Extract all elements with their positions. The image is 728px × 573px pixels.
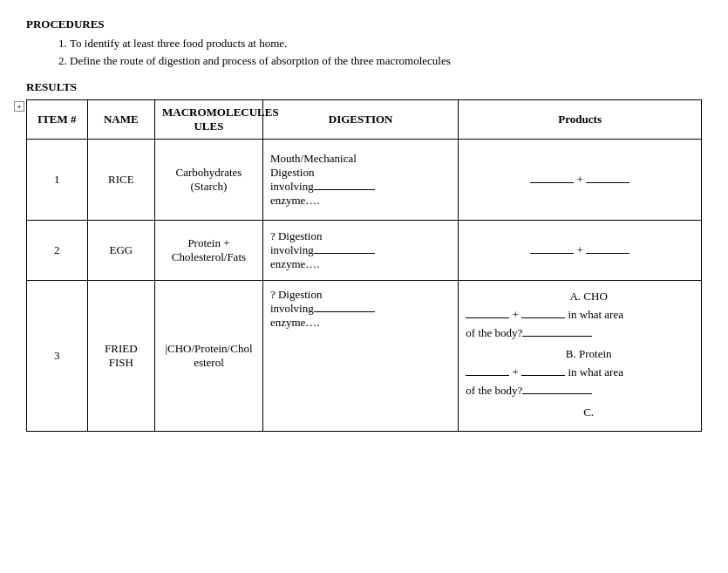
row3-name: FRIED FISH [87, 281, 154, 432]
row2-macro: Protein + Cholesterol/Fats [155, 221, 263, 281]
header-macro: MACROMOLECULES ULES [155, 100, 263, 140]
row1-digestion: Mouth/Mechanical Digestion involving enz… [262, 140, 458, 221]
row3-item: 3 [27, 281, 88, 432]
table-row-1: 1 RICE Carbohydrates (Starch) Mouth/Mech… [27, 140, 702, 221]
header-products: Products [459, 100, 702, 140]
row1-item: 1 [27, 140, 88, 221]
header-name: NAME [87, 100, 154, 140]
row1-name: RICE [87, 140, 154, 221]
procedure-item-2: Define the route of digestion and proces… [70, 54, 702, 68]
expand-icon[interactable]: + [14, 101, 24, 112]
row2-item: 2 [27, 221, 88, 281]
row2-name: EGG [87, 221, 154, 281]
row3-product-c: C. [466, 404, 694, 422]
header-item: ITEM # [27, 100, 88, 140]
row3-products: A. CHO + in what area of the body? [459, 281, 702, 432]
row3-macro: |CHO/Protein/Chol esterol [155, 281, 263, 432]
procedures-title: PROCEDURES [26, 17, 702, 31]
row2-digestion: ? Digestion involving enzyme…. [262, 221, 458, 281]
header-digestion: DIGESTION [262, 100, 458, 140]
row3-product-b: B. Protein + in what area of the bo [466, 345, 694, 399]
table-wrapper: + ITEM # NAME MACROMOLECULES ULES DIGEST… [26, 99, 702, 432]
procedures-section: PROCEDURES To identify at least three fo… [26, 17, 702, 68]
row3-product-a: A. CHO + in what area of the body? [466, 288, 694, 342]
row3-digestion: ? Digestion involving enzyme…. [262, 281, 458, 432]
results-title: RESULTS [26, 80, 702, 94]
results-table: ITEM # NAME MACROMOLECULES ULES DIGESTIO… [26, 99, 702, 432]
row3-products-content: A. CHO + in what area of the body? [466, 288, 694, 422]
table-row-2: 2 EGG Protein + Cholesterol/Fats ? Diges… [27, 221, 702, 281]
results-section: RESULTS + ITEM # NAME MACROMOLECULES ULE… [26, 80, 702, 432]
table-row-3: 3 FRIED FISH |CHO/Protein/Chol esterol ?… [27, 281, 702, 432]
procedure-item-1: To identify at least three food products… [70, 37, 702, 51]
row1-products: + [459, 140, 702, 221]
row1-macro: Carbohydrates (Starch) [155, 140, 263, 221]
row2-products: + [459, 221, 702, 281]
table-header-row: ITEM # NAME MACROMOLECULES ULES DIGESTIO… [27, 100, 702, 140]
